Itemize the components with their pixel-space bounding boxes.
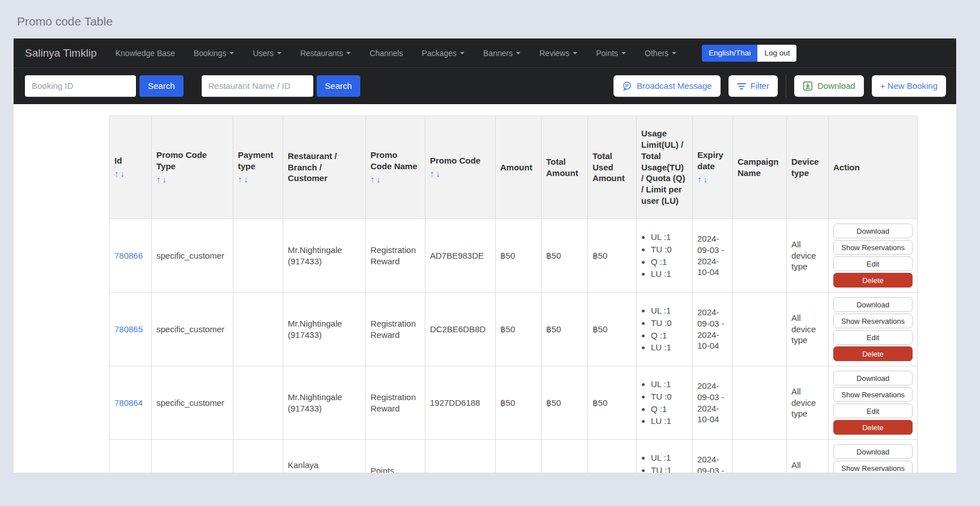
row-download-button[interactable]: Download (833, 444, 913, 459)
col-header-promo-code-name[interactable]: Promo Code Name↑↓ (366, 116, 425, 219)
cell-actions: Download Show Reservations Edit Delete (829, 219, 918, 293)
nav-item-others[interactable]: Others (645, 49, 676, 58)
cell-total-used-amount: ฿50 (588, 219, 637, 293)
row-download-button[interactable]: Download (833, 297, 913, 312)
filter-button[interactable]: Filter (728, 75, 778, 97)
table-row: 780866 specific_customer Mr.Nightingale … (110, 219, 918, 293)
row-edit-button[interactable]: Edit (833, 404, 913, 418)
row-delete-button[interactable]: Delete (833, 273, 913, 288)
cell-usage: UL :1TU :1Q :0LU :1 (637, 440, 693, 473)
nav-item-bookings[interactable]: Bookings (194, 49, 235, 58)
restaurant-search-button[interactable]: Search (317, 75, 361, 97)
nav-item-users[interactable]: Users (253, 49, 282, 58)
broadcast-icon (622, 81, 632, 91)
cell-actions: Download Show Reservations Edit Delete (829, 440, 918, 473)
cell-amount: ฿50 (496, 219, 542, 293)
row-show-reservations-button[interactable]: Show Reservations (833, 314, 913, 328)
cell-promo-code-name: Registration Reward (366, 219, 425, 293)
row-show-reservations-button[interactable]: Show Reservations (833, 240, 913, 255)
promo-id-link[interactable]: 780866 (114, 251, 143, 260)
cell-promo-code-name: Points Redemption (366, 440, 425, 473)
navbar: Salinya Timklip Knowledge Base Bookings … (14, 38, 956, 68)
row-delete-button[interactable]: Delete (833, 346, 913, 361)
promo-id-link[interactable]: 780865 (114, 324, 143, 334)
sort-icon[interactable]: ↑↓ (697, 174, 728, 185)
nav-item-reviews[interactable]: Reviews (539, 49, 577, 58)
cell-amount: ฿50 (496, 293, 542, 366)
brand[interactable]: Salinya Timklip (25, 47, 97, 59)
caret-down-icon (621, 52, 626, 54)
cell-campaign-name (733, 293, 787, 366)
cell-usage: UL :1TU :0Q :1LU :1 (637, 293, 693, 366)
cell-customer: Kanlaya Uttamawanich (10423) (283, 440, 366, 473)
cell-usage: UL :1TU :0Q :1LU :1 (637, 366, 693, 440)
row-edit-button[interactable]: Edit (833, 256, 913, 271)
col-header-id[interactable]: Id↑↓ (110, 116, 152, 219)
cell-expiry-date: 2024-09-03 - 2024-10-04 (693, 440, 733, 473)
caret-down-icon (229, 52, 234, 54)
booking-id-input[interactable] (25, 75, 136, 97)
cell-payment-type (233, 219, 283, 293)
cell-total-amount: ฿50 (542, 366, 588, 440)
nav-item-restaurants[interactable]: Restaurants (300, 49, 351, 58)
cell-promo-code: DC2BE6DB8D (425, 293, 496, 366)
col-header-payment-type[interactable]: Payment type↑↓ (233, 116, 283, 219)
row-delete-button[interactable]: Delete (833, 420, 913, 435)
col-header-total-amount: Total Amount (542, 116, 588, 219)
cell-device-type: All device type (787, 219, 829, 293)
col-header-campaign-name: Campaign Name (733, 116, 787, 219)
promo-id-link[interactable]: 780864 (114, 398, 143, 408)
cell-device-type: All device type (787, 440, 829, 473)
col-header-promo-code[interactable]: Promo Code↑↓ (425, 116, 496, 219)
cell-total-amount: ฿74 (542, 440, 588, 473)
cell-customer: Mr.Nightingale (917433) (283, 366, 366, 440)
caret-down-icon (516, 52, 521, 54)
row-show-reservations-button[interactable]: Show Reservations (833, 387, 913, 402)
row-download-button[interactable]: Download (833, 224, 913, 238)
new-booking-button[interactable]: + New Booking (872, 75, 946, 97)
sort-icon[interactable]: ↑↓ (114, 168, 147, 179)
cell-device-type: All device type (787, 293, 829, 366)
cell-payment-type (233, 440, 283, 473)
cell-campaign-name (733, 440, 787, 473)
nav-item-channels[interactable]: Channels (369, 49, 403, 58)
logout-button[interactable]: Log out (757, 45, 796, 62)
booking-search-button[interactable]: Search (139, 75, 184, 97)
caret-down-icon (672, 52, 676, 54)
cell-total-amount: ฿50 (542, 219, 588, 293)
nav-item-knowledge-base[interactable]: Knowledge Base (116, 49, 175, 58)
download-button[interactable]: Download (794, 75, 864, 97)
col-header-promo-code-type[interactable]: Promo Code Type↑↓ (152, 116, 233, 219)
language-toggle-button[interactable]: English/Thai (702, 45, 757, 62)
language-toggle-group: English/Thai Log out (702, 45, 796, 62)
row-download-button[interactable]: Download (833, 371, 913, 385)
cell-promo-code: BC306E52A6 (425, 440, 496, 473)
download-icon (803, 81, 813, 91)
cell-id: 780863 (110, 440, 152, 473)
col-header-expiry-date[interactable]: Expiry date↑↓ (693, 116, 733, 219)
cell-promo-code-type: specific_customer (152, 366, 233, 440)
row-show-reservations-button[interactable]: Show Reservations (833, 461, 913, 473)
caret-down-icon (460, 52, 465, 54)
cell-id: 780864 (110, 366, 152, 440)
restaurant-search-input[interactable] (202, 75, 313, 97)
cell-promo-code-type: specific_customer (152, 440, 233, 473)
nav-item-points[interactable]: Points (596, 49, 626, 58)
cell-expiry-date: 2024-09-03 - 2024-10-04 (693, 219, 733, 293)
row-edit-button[interactable]: Edit (833, 330, 913, 345)
nav-item-packages[interactable]: Packages (422, 49, 465, 58)
top-bar: Salinya Timklip Knowledge Base Bookings … (14, 38, 956, 104)
sort-icon[interactable]: ↑↓ (238, 174, 278, 185)
sort-icon[interactable]: ↑↓ (430, 168, 491, 179)
nav-item-banners[interactable]: Banners (483, 49, 521, 58)
cell-total-amount: ฿50 (542, 293, 588, 366)
sort-icon[interactable]: ↑↓ (156, 174, 228, 185)
toolbar: Search Search Broadcast Message Filter (14, 68, 956, 104)
promo-id-link[interactable]: 780863 (114, 471, 143, 473)
cell-total-used-amount: ฿74 (588, 440, 637, 473)
sort-icon[interactable]: ↑↓ (370, 174, 420, 185)
table-row: 780865 specific_customer Mr.Nightingale … (110, 293, 918, 366)
cell-campaign-name (733, 366, 787, 440)
broadcast-message-button[interactable]: Broadcast Message (613, 75, 721, 97)
cell-total-used-amount: ฿50 (588, 293, 637, 366)
